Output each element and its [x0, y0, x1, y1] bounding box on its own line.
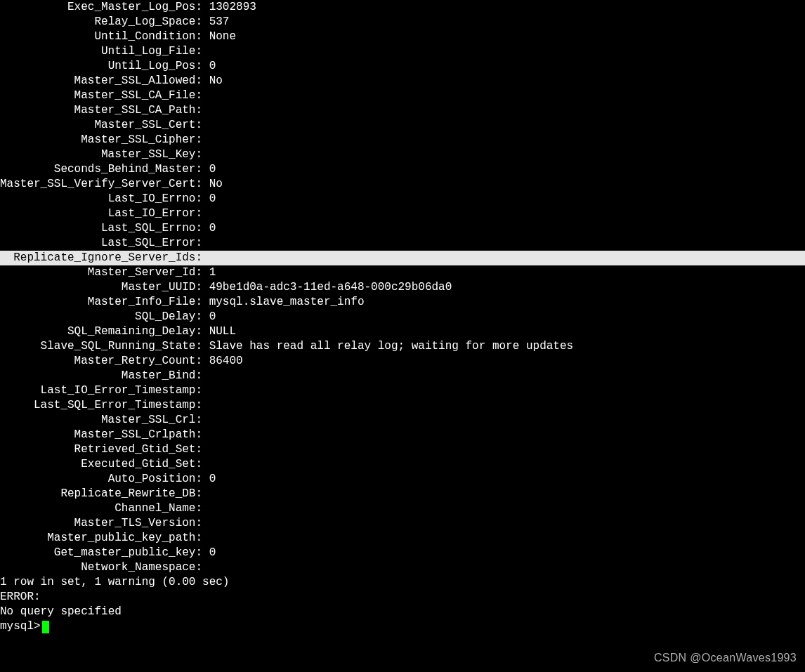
status-row: SQL_Delay: 0 [0, 310, 805, 324]
status-row: Master_SSL_Cert: [0, 118, 805, 133]
status-value: 1302893 [202, 0, 256, 15]
status-row: Master_TLS_Version: [0, 516, 805, 531]
status-row: Channel_Name: [0, 501, 805, 516]
status-row: Slave_SQL_Running_State: Slave has read … [0, 339, 805, 354]
status-key: Until_Log_Pos: [0, 59, 202, 74]
status-key: Master_SSL_Verify_Server_Cert: [0, 177, 202, 192]
status-row: Until_Log_File: [0, 44, 805, 59]
status-row: Exec_Master_Log_Pos: 1302893 [0, 0, 805, 15]
status-row: Replicate_Ignore_Server_Ids: [0, 251, 805, 265]
status-row: Last_SQL_Error_Timestamp: [0, 398, 805, 413]
status-value: 0 [202, 162, 216, 177]
status-row: Seconds_Behind_Master: 0 [0, 162, 805, 177]
status-row: Master_Info_File: mysql.slave_master_inf… [0, 295, 805, 310]
status-row: Until_Log_Pos: 0 [0, 59, 805, 74]
status-value: No [202, 177, 223, 192]
status-key: Retrieved_Gtid_Set: [0, 442, 202, 457]
status-row: SQL_Remaining_Delay: NULL [0, 324, 805, 339]
status-value: 0 [202, 221, 216, 236]
status-key: Master_public_key_path: [0, 531, 202, 546]
mysql-prompt[interactable]: mysql> [0, 619, 805, 634]
status-key: SQL_Remaining_Delay: [0, 324, 202, 339]
status-key: Last_SQL_Error_Timestamp: [0, 398, 202, 413]
status-key: Master_SSL_Allowed: [0, 74, 202, 88]
status-value: Slave has read all relay log; waiting fo… [202, 339, 573, 354]
prompt-text: mysql> [0, 619, 41, 634]
status-key: Master_SSL_Cert: [0, 118, 202, 133]
status-row: Last_SQL_Errno: 0 [0, 221, 805, 236]
status-key: Last_IO_Errno: [0, 192, 202, 206]
status-key: Master_Retry_Count: [0, 354, 202, 369]
error-label: ERROR: [0, 590, 805, 605]
status-row: Master_SSL_CA_File: [0, 88, 805, 103]
status-key: Master_SSL_CA_File: [0, 88, 202, 103]
status-row: Retrieved_Gtid_Set: [0, 442, 805, 457]
status-row: Master_SSL_CA_Path: [0, 103, 805, 118]
cursor-icon [42, 621, 49, 633]
status-row: Master_Server_Id: 1 [0, 265, 805, 280]
status-row: Master_SSL_Key: [0, 147, 805, 162]
status-key: Master_SSL_CA_Path: [0, 103, 202, 118]
status-key: Master_SSL_Cipher: [0, 133, 202, 147]
status-key: Last_SQL_Errno: [0, 221, 202, 236]
status-key: Network_Namespace: [0, 560, 202, 575]
status-row: Last_IO_Error_Timestamp: [0, 383, 805, 398]
status-value: 86400 [202, 354, 243, 369]
status-row: Get_master_public_key: 0 [0, 546, 805, 560]
status-key: SQL_Delay: [0, 310, 202, 324]
status-value: 1 [202, 265, 216, 280]
status-row: Master_SSL_Cipher: [0, 133, 805, 147]
status-row: Network_Namespace: [0, 560, 805, 575]
status-key: Master_TLS_Version: [0, 516, 202, 531]
status-key: Replicate_Rewrite_DB: [0, 487, 202, 501]
status-value: 537 [202, 15, 229, 29]
status-key: Master_Info_File: [0, 295, 202, 310]
status-key: Auto_Position: [0, 472, 202, 487]
status-key: Last_IO_Error_Timestamp: [0, 383, 202, 398]
status-row: Auto_Position: 0 [0, 472, 805, 487]
status-row: Relay_Log_Space: 537 [0, 15, 805, 29]
status-value: 0 [202, 310, 216, 324]
status-row: Master_SSL_Crl: [0, 413, 805, 428]
status-row: Master_Bind: [0, 369, 805, 383]
status-key: Master_SSL_Crl: [0, 413, 202, 428]
status-key: Master_Bind: [0, 369, 202, 383]
status-value: NULL [202, 324, 236, 339]
status-row: Master_SSL_Crlpath: [0, 428, 805, 442]
status-key: Master_SSL_Crlpath: [0, 428, 202, 442]
status-value: No [202, 74, 223, 88]
terminal-output: Exec_Master_Log_Pos: 1302893Relay_Log_Sp… [0, 0, 805, 575]
status-key: Relay_Log_Space: [0, 15, 202, 29]
status-row: Last_IO_Error: [0, 206, 805, 221]
status-key: Until_Log_File: [0, 44, 202, 59]
status-row: Until_Condition: None [0, 29, 805, 44]
status-key: Get_master_public_key: [0, 546, 202, 560]
status-key: Seconds_Behind_Master: [0, 162, 202, 177]
status-key: Channel_Name: [0, 501, 202, 516]
status-key: Until_Condition: [0, 29, 202, 44]
status-value: 0 [202, 59, 216, 74]
status-value: 0 [202, 546, 216, 560]
status-key: Slave_SQL_Running_State: [0, 339, 202, 354]
status-value: None [202, 29, 236, 44]
status-key: Master_Server_Id: [0, 265, 202, 280]
status-row: Master_SSL_Allowed: No [0, 74, 805, 88]
watermark-text: CSDN @OceanWaves1993 [654, 650, 797, 665]
status-row: Last_IO_Errno: 0 [0, 192, 805, 206]
status-key: Exec_Master_Log_Pos: [0, 0, 202, 15]
status-value: 0 [202, 192, 216, 206]
error-message: No query specified [0, 605, 805, 619]
status-key: Executed_Gtid_Set: [0, 457, 202, 472]
status-key: Replicate_Ignore_Server_Ids: [0, 251, 202, 265]
status-value: 49be1d0a-adc3-11ed-a648-000c29b06da0 [202, 280, 452, 295]
status-key: Last_SQL_Error: [0, 236, 202, 251]
status-key: Last_IO_Error: [0, 206, 202, 221]
status-row: Last_SQL_Error: [0, 236, 805, 251]
status-row: Master_public_key_path: [0, 531, 805, 546]
result-summary: 1 row in set, 1 warning (0.00 sec) [0, 575, 805, 590]
status-row: Master_SSL_Verify_Server_Cert: No [0, 177, 805, 192]
status-key: Master_SSL_Key: [0, 147, 202, 162]
status-row: Replicate_Rewrite_DB: [0, 487, 805, 501]
status-value: 0 [202, 472, 216, 487]
status-value: mysql.slave_master_info [202, 295, 364, 310]
